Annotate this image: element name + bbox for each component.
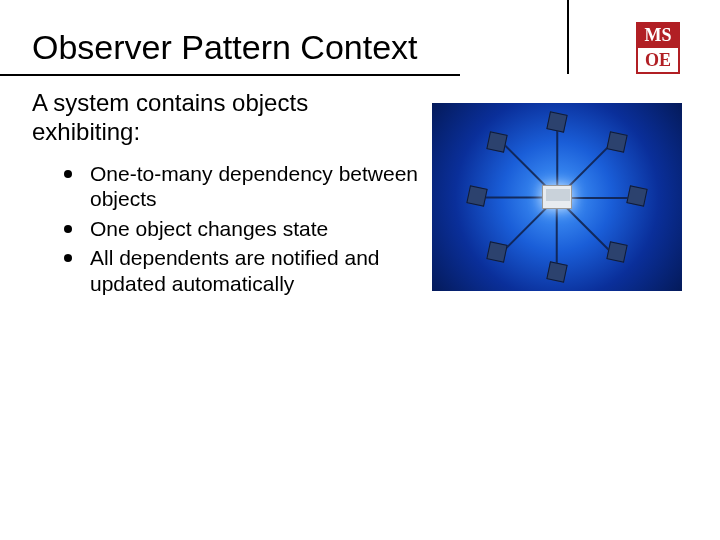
list-item: One object changes state	[62, 216, 422, 242]
bullet-list: One-to-many dependency between objects O…	[32, 161, 422, 297]
node-icon	[606, 241, 627, 262]
node-icon	[546, 261, 567, 282]
title-underline	[0, 74, 460, 76]
intro-text: A system contains objects exhibiting:	[32, 89, 422, 147]
hub-icon	[542, 185, 572, 209]
text-column: A system contains objects exhibiting: On…	[32, 89, 422, 301]
node-icon	[486, 241, 507, 262]
list-item: One-to-many dependency between objects	[62, 161, 422, 212]
title-row: Observer Pattern Context	[32, 28, 688, 67]
title-vertical-divider	[567, 0, 569, 74]
slide-title: Observer Pattern Context	[32, 28, 688, 67]
slide: MS OE Observer Pattern Context A system …	[0, 0, 720, 301]
node-icon	[626, 185, 647, 206]
node-icon	[486, 131, 507, 152]
list-item: All dependents are notified and updated …	[62, 245, 422, 296]
node-icon	[606, 131, 627, 152]
node-icon	[466, 185, 487, 206]
image-column	[432, 89, 682, 301]
node-icon	[546, 111, 567, 132]
content-row: A system contains objects exhibiting: On…	[32, 89, 688, 301]
network-diagram	[432, 103, 682, 291]
